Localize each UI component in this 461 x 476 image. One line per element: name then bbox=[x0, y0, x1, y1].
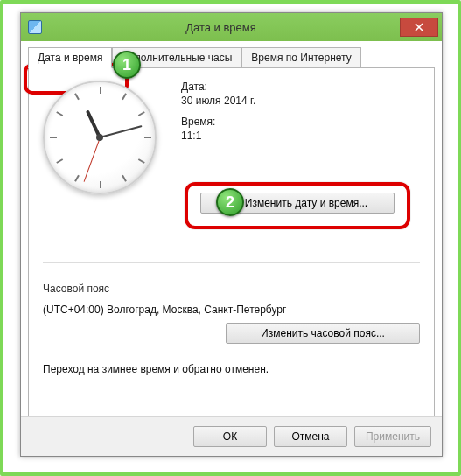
change-date-time-label: Изменить дату и время... bbox=[245, 197, 367, 209]
tab-panel: 1 bbox=[28, 67, 435, 416]
annotation-badge-1: 1 bbox=[113, 51, 141, 79]
datetime-info: Дата: 30 июля 2014 г. Время: 11:1 bbox=[181, 80, 255, 194]
cancel-button[interactable]: Отмена bbox=[274, 426, 347, 447]
dst-notice: Переход на зимнее время и обратно отмене… bbox=[43, 363, 420, 375]
close-icon bbox=[415, 23, 423, 32]
apply-button[interactable]: Применить bbox=[354, 426, 431, 447]
tab-date-time[interactable]: Дата и время bbox=[28, 47, 112, 68]
analog-clock bbox=[43, 80, 157, 194]
titlebar[interactable]: Дата и время bbox=[21, 13, 442, 41]
date-label: Дата: bbox=[181, 80, 255, 93]
datetime-row: Дата: 30 июля 2014 г. Время: 11:1 bbox=[43, 80, 420, 194]
timezone-value: (UTC+04:00) Волгоград, Москва, Санкт-Пет… bbox=[43, 304, 420, 316]
ok-button[interactable]: ОК bbox=[193, 426, 267, 447]
tab-internet-time[interactable]: Время по Интернету bbox=[241, 47, 360, 68]
change-timezone-button[interactable]: Изменить часовой пояс... bbox=[226, 323, 420, 344]
change-timezone-label: Изменить часовой пояс... bbox=[261, 327, 385, 340]
annotation-badge-2: 2 bbox=[216, 188, 244, 216]
separator bbox=[43, 262, 420, 263]
date-time-window: Дата и время Дата и время Дополнительные… bbox=[20, 12, 443, 457]
time-value: 11:1 bbox=[181, 130, 255, 142]
tabs-area: Дата и время Дополнительные часы Время п… bbox=[21, 41, 442, 416]
tab-strip: Дата и время Дополнительные часы Время п… bbox=[28, 46, 435, 67]
app-icon bbox=[28, 20, 42, 34]
dialog-buttons: ОК Отмена Применить bbox=[21, 416, 442, 456]
date-value: 30 июля 2014 г. bbox=[181, 94, 255, 107]
close-button[interactable] bbox=[400, 18, 438, 37]
timezone-heading: Часовой пояс bbox=[43, 283, 420, 295]
window-title: Дата и время bbox=[42, 21, 400, 34]
time-label: Время: bbox=[181, 116, 255, 128]
